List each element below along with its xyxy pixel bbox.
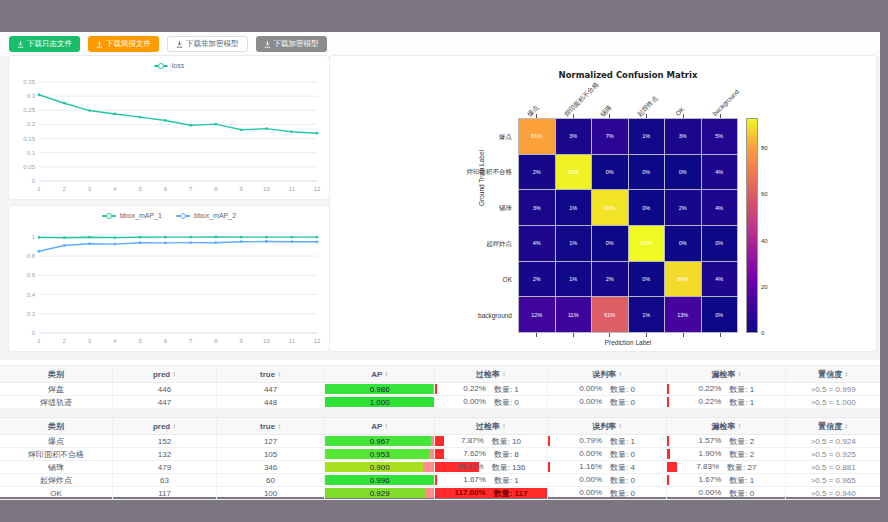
confidence-cell: >0.5 = 0.965 — [786, 474, 880, 487]
mis-rate-cell: 0.00%数量: 0 — [547, 396, 667, 409]
ap-cell: 0.953 — [325, 448, 435, 461]
svg-text:1: 1 — [37, 186, 41, 192]
rate-text: 0.79%数量: 1 — [548, 436, 667, 447]
rate-text: 7.62%数量: 8 — [435, 449, 547, 460]
ap-value: 1.000 — [325, 396, 434, 408]
ap-value: 0.986 — [325, 383, 434, 395]
legend-item-bbox_mAP_1[interactable]: bbox_mAP_1 — [102, 212, 162, 219]
ap-value: 0.953 — [325, 448, 434, 460]
sort-caret-icon[interactable]: ▲▼ — [618, 423, 622, 429]
loss-chart-legend[interactable]: loss — [9, 62, 329, 69]
cm-axis-tick — [536, 114, 537, 118]
column-header-true[interactable]: true▲▼ — [216, 418, 324, 435]
true-cell: 346 — [216, 461, 324, 474]
rate-text: 0.22%数量: 1 — [667, 397, 785, 408]
mis-rate-cell: 0.79%数量: 1 — [547, 435, 667, 448]
column-header-误判率[interactable]: 误判率▲▼ — [547, 366, 667, 383]
rate-text: 1.67%数量: 1 — [667, 475, 785, 486]
svg-text:7: 7 — [189, 338, 193, 344]
svg-text:1: 1 — [37, 338, 41, 344]
download-log-button[interactable]: 下载日志文件 — [9, 36, 80, 52]
svg-text:9: 9 — [240, 338, 244, 344]
legend-marker-icon — [176, 215, 190, 217]
colorbar-tick-label: 60 — [761, 191, 768, 197]
download-report-label: 下载简报文件 — [106, 39, 151, 49]
cm-cell-0-2: 7% — [592, 119, 628, 154]
svg-text:12: 12 — [314, 338, 321, 344]
svg-text:0.2: 0.2 — [27, 311, 36, 317]
confidence-cell: >0.5 = 0.999 — [786, 383, 880, 396]
true-cell: 60 — [216, 474, 324, 487]
column-header-pred[interactable]: pred▲▼ — [113, 418, 217, 435]
cm-axis-tick — [573, 114, 574, 118]
sort-caret-icon[interactable]: ▲▼ — [502, 371, 506, 377]
svg-text:0.4: 0.4 — [27, 292, 36, 298]
confusion-matrix-card: Normalized Confusion Matrix Ground Truth… — [329, 55, 877, 352]
sort-caret-icon[interactable]: ▲▼ — [172, 423, 176, 429]
legend-item-loss[interactable]: loss — [154, 62, 184, 69]
svg-text:11: 11 — [289, 186, 296, 192]
cm-cell-2-2: 90% — [592, 190, 628, 225]
legend-item-bbox_mAP_2[interactable]: bbox_mAP_2 — [176, 212, 236, 219]
cm-cell-5-1: 11% — [556, 297, 592, 332]
sort-caret-icon[interactable]: ▲▼ — [618, 371, 622, 377]
true-cell: 447 — [216, 383, 324, 396]
sort-caret-icon[interactable]: ▲▼ — [384, 371, 388, 377]
column-header-误判率[interactable]: 误判率▲▼ — [547, 418, 667, 435]
sort-caret-icon[interactable]: ▲▼ — [502, 423, 506, 429]
legend-label: bbox_mAP_1 — [120, 212, 162, 219]
sort-caret-icon[interactable]: ▲▼ — [172, 371, 176, 377]
column-header-漏检率[interactable]: 漏检率▲▼ — [667, 366, 786, 383]
cm-row-label: 爆点 — [334, 133, 512, 142]
rate-text: 39.42%数量: 136 — [435, 462, 547, 473]
cm-axis-tick — [720, 333, 721, 337]
sort-caret-icon[interactable]: ▲▼ — [277, 371, 281, 377]
cm-cell-5-4: 13% — [665, 297, 701, 332]
over-rate-cell: 0.22%数量: 1 — [435, 383, 548, 396]
loss-line-chart: 00.050.10.150.20.250.30.3512345678910111… — [9, 72, 329, 199]
cm-col-label: 焊印面积不合格 — [562, 80, 601, 119]
sort-caret-icon[interactable]: ▲▼ — [737, 371, 741, 377]
sort-caret-icon[interactable]: ▲▼ — [844, 371, 848, 377]
download-encrypted-model-button[interactable]: 下载加密模型 — [256, 36, 327, 52]
download-plain-model-button[interactable]: 下载非加密模型 — [167, 36, 248, 52]
cm-cell-3-5: 0% — [702, 226, 738, 261]
cm-cell-5-3: 1% — [629, 297, 665, 332]
column-header-漏检率[interactable]: 漏检率▲▼ — [667, 418, 786, 435]
metrics-tables: 类别pred▲▼true▲▼AP▲▼过检率▲▼误判率▲▼漏检率▲▼置信度▲▼焊盘… — [0, 360, 880, 497]
column-header-true[interactable]: true▲▼ — [216, 366, 324, 383]
cm-cell-2-4: 2% — [665, 190, 701, 225]
map-chart-legend[interactable]: bbox_mAP_1bbox_mAP_2 — [9, 212, 329, 219]
pred-cell: 117 — [113, 487, 217, 500]
column-header-AP[interactable]: AP▲▼ — [325, 366, 435, 383]
cm-col-label: 爆点 — [526, 103, 542, 119]
confidence-cell: >0.5 = 0.940 — [786, 487, 880, 500]
loss-chart-card: loss 00.050.10.150.20.250.30.35123456789… — [8, 55, 330, 200]
cm-axis-tick — [683, 114, 684, 118]
mis-rate-cell: 0.00%数量: 0 — [547, 383, 667, 396]
sort-caret-icon[interactable]: ▲▼ — [277, 423, 281, 429]
download-plain-model-label: 下载非加密模型 — [186, 39, 239, 49]
over-rate-cell: 0.00%数量: 0 — [435, 396, 548, 409]
table-row: 焊印面积不合格1321050.9537.62%数量: 80.00%数量: 01.… — [0, 448, 880, 461]
download-encrypted-model-label: 下载加密模型 — [274, 39, 319, 49]
sort-caret-icon[interactable]: ▲▼ — [384, 423, 388, 429]
column-header-AP[interactable]: AP▲▼ — [325, 418, 435, 435]
confidence-cell: >0.5 = 1.000 — [786, 396, 880, 409]
column-header-置信度[interactable]: 置信度▲▼ — [786, 366, 880, 383]
column-header-过检率[interactable]: 过检率▲▼ — [435, 366, 548, 383]
class-cell: 焊盘 — [0, 383, 113, 396]
sort-caret-icon[interactable]: ▲▼ — [737, 423, 741, 429]
column-header-置信度[interactable]: 置信度▲▼ — [786, 418, 880, 435]
pred-cell: 479 — [113, 461, 217, 474]
confusion-matrix-heatmap: 81%3%7%1%3%5%2%92%0%0%0%4%3%1%90%0%2%4%4… — [518, 118, 738, 333]
svg-text:12: 12 — [314, 186, 321, 192]
pred-cell: 152 — [113, 435, 217, 448]
column-header-pred[interactable]: pred▲▼ — [113, 366, 217, 383]
legend-label: bbox_mAP_2 — [194, 212, 236, 219]
column-header-过检率[interactable]: 过检率▲▼ — [435, 418, 548, 435]
mis-rate-cell: 0.00%数量: 0 — [547, 448, 667, 461]
download-report-button[interactable]: 下载简报文件 — [88, 36, 159, 52]
cm-cell-4-2: 2% — [592, 262, 628, 297]
sort-caret-icon[interactable]: ▲▼ — [844, 423, 848, 429]
